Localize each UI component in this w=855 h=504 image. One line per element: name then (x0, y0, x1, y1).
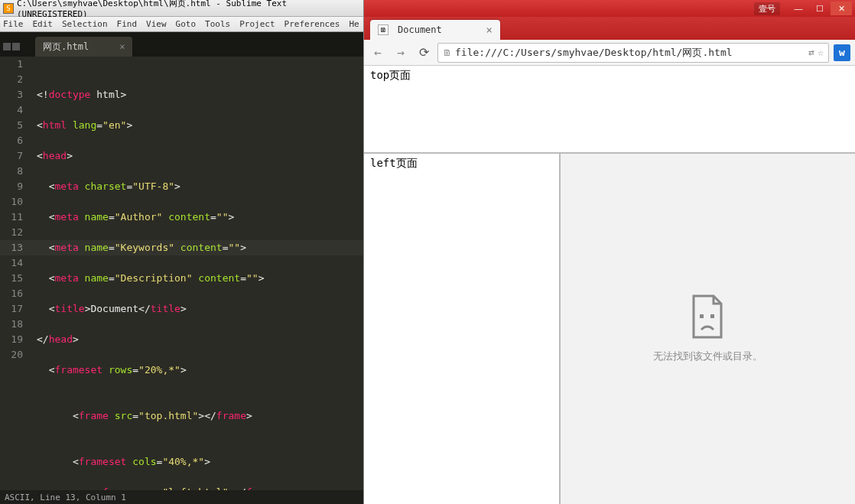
browser-toolbar: ← → ⟳ 🗎 file:///C:/Users/smyhvae/Desktop… (364, 40, 855, 66)
sublime-titlebar: S C:\Users\smyhvae\Desktop\html\网页.html … (0, 0, 363, 17)
frame-bottom-row: left页面 无法找到该文件或目录。 (364, 154, 855, 504)
line-number: 14 (0, 255, 23, 271)
line-number: 10 (0, 194, 23, 210)
tab-close-icon[interactable]: × (486, 24, 493, 36)
sublime-statusbar: ASCII, Line 13, Column 1 (0, 490, 363, 504)
forward-button[interactable]: → (392, 44, 410, 62)
line-number: 7 (0, 148, 23, 164)
address-url: file:///C:/Users/smyhvae/Desktop/html/网页… (455, 46, 805, 60)
frame-left: left页面 (364, 154, 561, 504)
code-lines[interactable]: <!doctype html> <html lang="en"> <head> … (31, 57, 363, 490)
menu-view[interactable]: View (146, 19, 167, 29)
extension-icon[interactable]: w (834, 44, 850, 61)
tab-close-icon[interactable]: × (119, 41, 125, 52)
line-number: 11 (0, 210, 23, 225)
menu-goto[interactable]: Goto (176, 19, 197, 29)
svg-rect-1 (710, 314, 714, 318)
tab-title: Document (398, 24, 480, 35)
line-number: 2 (0, 72, 23, 87)
line-number: 1 (0, 57, 23, 72)
menu-tools[interactable]: Tools (205, 19, 230, 29)
line-number: 3 (0, 87, 23, 102)
status-text: ASCII, Line 13, Column 1 (5, 493, 126, 502)
line-number: 5 (0, 118, 23, 133)
tab-favicon-icon: 🗎 (378, 24, 388, 35)
line-number: 8 (0, 164, 23, 179)
sad-page-icon (689, 294, 726, 340)
bookmark-star-icon[interactable]: ☆ (818, 47, 824, 58)
sublime-tab[interactable]: 网页.html × (35, 37, 132, 57)
minimize-icon[interactable]: — (788, 2, 809, 15)
line-number: 17 (0, 301, 23, 317)
menu-preferences[interactable]: Preferences (284, 19, 340, 29)
sublime-sidebar-icons[interactable] (3, 43, 20, 57)
menu-project[interactable]: Project (239, 19, 275, 29)
browser-titlebar: 壹号 — ☐ ✕ (364, 0, 855, 17)
translate-icon[interactable]: ⇄ (808, 47, 814, 58)
frame-top-text: top页面 (370, 69, 411, 81)
sublime-app-icon: S (3, 3, 14, 14)
menu-selection[interactable]: Selection (62, 19, 108, 29)
back-button[interactable]: ← (369, 44, 387, 62)
line-number: 4 (0, 102, 23, 118)
line-number: 6 (0, 133, 23, 148)
sublime-editor: S C:\Users\smyhvae\Desktop\html\网页.html … (0, 0, 363, 504)
line-number: 12 (0, 225, 23, 240)
menu-file[interactable]: File (3, 19, 24, 29)
line-number: 18 (0, 317, 23, 332)
menu-find[interactable]: Find (117, 19, 138, 29)
menu-edit[interactable]: Edit (33, 19, 54, 29)
browser-tab[interactable]: 🗎 Document × (370, 20, 500, 40)
frame-right: 无法找到该文件或目录。 (561, 154, 855, 504)
line-gutter: 1 2 3 4 5 6 7 8 9 10 11 12 13 14 15 16 1… (0, 57, 31, 490)
error-text: 无法找到该文件或目录。 (653, 350, 762, 363)
browser-window: 壹号 — ☐ ✕ 🗎 Document × ← → ⟳ 🗎 file:///C:… (363, 0, 855, 504)
browser-viewport: top页面 left页面 无法找到该文件或目录。 (364, 66, 855, 504)
maximize-icon[interactable]: ☐ (809, 2, 831, 15)
frame-left-text: left页面 (370, 157, 418, 169)
file-icon: 🗎 (443, 47, 452, 58)
reload-button[interactable]: ⟳ (414, 44, 433, 62)
sublime-title-text: C:\Users\smyhvae\Desktop\html\网页.html - … (17, 0, 360, 19)
window-label: 壹号 (754, 2, 780, 15)
line-number: 16 (0, 286, 23, 301)
tab-label: 网页.html (43, 41, 89, 54)
menu-help[interactable]: He (349, 19, 359, 29)
line-number: 19 (0, 332, 23, 347)
line-number: 20 (0, 347, 23, 363)
svg-rect-0 (700, 314, 704, 318)
sublime-menu: File Edit Selection Find View Goto Tools… (0, 17, 363, 32)
line-number: 9 (0, 179, 23, 194)
browser-tabbar: 🗎 Document × (364, 17, 855, 40)
frame-top: top页面 (364, 66, 855, 154)
code-area[interactable]: 1 2 3 4 5 6 7 8 9 10 11 12 13 14 15 16 1… (0, 57, 363, 490)
current-line-highlight (0, 240, 363, 255)
sublime-tabbar: 网页.html × (0, 32, 363, 57)
address-bar[interactable]: 🗎 file:///C:/Users/smyhvae/Desktop/html/… (437, 43, 829, 63)
line-number: 15 (0, 271, 23, 286)
close-icon[interactable]: ✕ (831, 2, 852, 15)
